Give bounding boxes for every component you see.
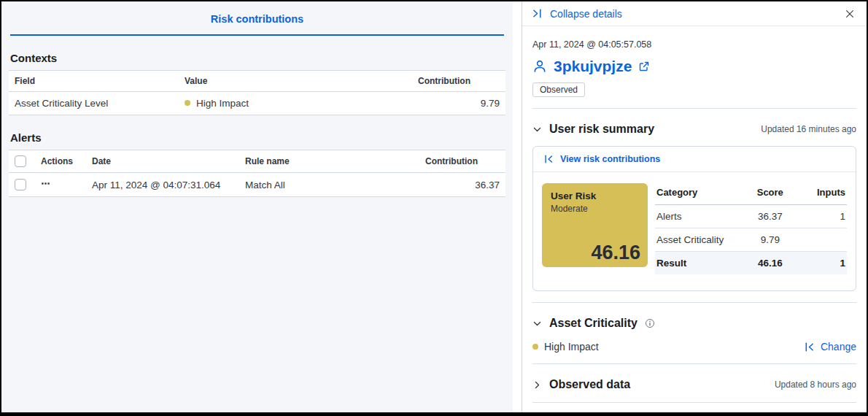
score-inputs-cell: 1 — [799, 252, 847, 275]
score-inputs-cell — [799, 228, 847, 252]
risk-summary-updated: Updated 16 minutes ago — [761, 124, 856, 134]
view-risk-contributions-button[interactable]: View risk contributions — [533, 147, 856, 172]
contexts-value-text: High Impact — [196, 98, 249, 109]
risk-timestamp: Apr 11, 2024 @ 04:05:57.058 — [532, 39, 856, 50]
contexts-col-contribution: Contribution — [412, 71, 505, 92]
asset-criticality-value: High Impact — [532, 341, 599, 353]
score-col-score: Score — [741, 182, 799, 205]
contexts-heading: Contexts — [10, 52, 505, 64]
risk-flyout: Risk contributions Contexts Field Value … — [0, 0, 868, 416]
asset-criticality-header: Asset Criticality — [532, 317, 856, 330]
chevron-down-icon[interactable] — [532, 125, 542, 134]
criticality-dot-icon — [185, 100, 190, 106]
score-row-alerts: Alerts 36.37 1 — [655, 205, 847, 228]
arrow-end-icon — [532, 8, 543, 19]
alert-contribution-cell: 36.37 — [419, 173, 505, 197]
score-value-cell: 46.16 — [741, 252, 799, 275]
observed-data-updated: Updated 8 hours ago — [775, 380, 856, 390]
alerts-table: Actions Date Rule name Contribution — [9, 150, 505, 197]
panel-gutter — [513, 1, 522, 412]
observed-data-header: Observed data Updated 8 hours ago — [532, 378, 856, 391]
risk-tile-level: Moderate — [551, 204, 639, 214]
close-icon[interactable] — [843, 7, 856, 20]
alerts-col-date: Date — [86, 150, 239, 173]
score-col-inputs: Inputs — [799, 182, 847, 205]
user-icon — [532, 59, 547, 74]
score-value-cell: 9.79 — [741, 228, 799, 252]
select-all-checkbox[interactable] — [15, 155, 26, 167]
contexts-row: Asset Criticality Level High Impact 9.79 — [9, 92, 505, 115]
flyout-body: Apr 11, 2024 @ 04:05:57.058 3pkujvpjze — [522, 26, 867, 412]
score-row-asset-criticality: Asset Criticality 9.79 — [655, 228, 847, 252]
risk-tile-title: User Risk — [551, 190, 639, 201]
user-risk-summary-title: User risk summary — [549, 123, 654, 136]
asset-criticality-value-text: High Impact — [544, 341, 599, 353]
arrow-start-icon — [804, 342, 815, 353]
row-checkbox[interactable] — [15, 179, 26, 190]
contexts-value-cell: High Impact — [179, 92, 412, 115]
user-risk-score-tile: User Risk Moderate 46.16 — [542, 183, 648, 267]
risk-summary-card: View risk contributions User Risk Modera… — [532, 146, 856, 291]
criticality-dot-icon — [532, 344, 538, 350]
contexts-field-cell: Asset Criticality Level — [9, 92, 179, 115]
divider — [532, 108, 856, 109]
more-actions-icon[interactable] — [41, 179, 50, 188]
score-inputs-cell: 1 — [799, 205, 847, 228]
chevron-right-icon[interactable] — [532, 380, 542, 390]
change-label: Change — [821, 341, 856, 353]
alert-select-cell — [9, 173, 35, 197]
external-link-icon[interactable] — [638, 61, 650, 72]
contexts-col-field: Field — [9, 71, 179, 92]
alerts-header-row: Actions Date Rule name Contribution — [9, 150, 505, 173]
contexts-contribution-cell: 9.79 — [412, 92, 505, 115]
contexts-header-row: Field Value Contribution — [9, 71, 505, 92]
left-content: Contexts Field Value Contribution Asset … — [1, 36, 513, 197]
alert-date-cell: Apr 11, 2024 @ 04:07:31.064 — [86, 173, 239, 197]
alerts-heading: Alerts — [10, 131, 505, 144]
alert-actions-cell — [35, 173, 86, 197]
tab-bar: Risk contributions — [1, 1, 513, 36]
alerts-col-rule-name: Rule name — [239, 150, 419, 173]
risk-card-body: User Risk Moderate 46.16 Category Score … — [533, 172, 856, 290]
score-category-cell: Alerts — [655, 205, 741, 228]
entity-name-link[interactable]: 3pkujvpjze — [554, 58, 632, 75]
contexts-table: Field Value Contribution Asset Criticali… — [9, 70, 505, 115]
risk-contributions-panel: Risk contributions Contexts Field Value … — [1, 1, 513, 412]
observed-status-badge: Observed — [532, 82, 585, 97]
alerts-col-actions: Actions — [35, 150, 86, 173]
tab-risk-contributions[interactable]: Risk contributions — [10, 13, 504, 36]
alert-row: Apr 11, 2024 @ 04:07:31.064 Match All 36… — [9, 173, 505, 197]
score-header-row: Category Score Inputs — [655, 182, 847, 205]
chevron-down-icon[interactable] — [532, 319, 542, 328]
collapse-details-button[interactable]: Collapse details — [532, 8, 622, 20]
score-row-result: Result 46.16 1 — [655, 252, 847, 275]
info-icon[interactable] — [645, 318, 655, 328]
alerts-col-contribution: Contribution — [419, 150, 505, 173]
alert-rule-name-cell: Match All — [239, 173, 419, 197]
view-risk-contributions-label: View risk contributions — [560, 154, 660, 164]
asset-criticality-row: High Impact Change — [532, 341, 856, 353]
arrow-start-icon — [543, 154, 554, 164]
risk-score-table: Category Score Inputs Alerts 36.37 1 — [655, 182, 847, 274]
score-col-category: Category — [655, 182, 741, 205]
risk-tile-score: 46.16 — [591, 242, 640, 264]
asset-criticality-title: Asset Criticality — [549, 317, 638, 330]
change-criticality-button[interactable]: Change — [804, 341, 856, 353]
divider — [532, 363, 856, 364]
score-category-cell: Asset Criticality — [655, 228, 741, 252]
contexts-col-value: Value — [179, 71, 412, 92]
flyout-header: Collapse details — [522, 1, 867, 26]
alerts-select-all-cell — [9, 150, 35, 173]
observed-data-title: Observed data — [549, 378, 630, 391]
divider — [532, 302, 856, 303]
entity-details-panel: Collapse details Apr 11, 2024 @ 04:05:57… — [522, 1, 867, 412]
score-value-cell: 36.37 — [741, 205, 799, 228]
score-category-cell: Result — [655, 252, 741, 275]
user-risk-summary-header: User risk summary Updated 16 minutes ago — [532, 123, 856, 136]
entity-title-row: 3pkujvpjze — [532, 58, 856, 75]
divider — [532, 402, 856, 403]
collapse-details-label: Collapse details — [550, 8, 622, 20]
